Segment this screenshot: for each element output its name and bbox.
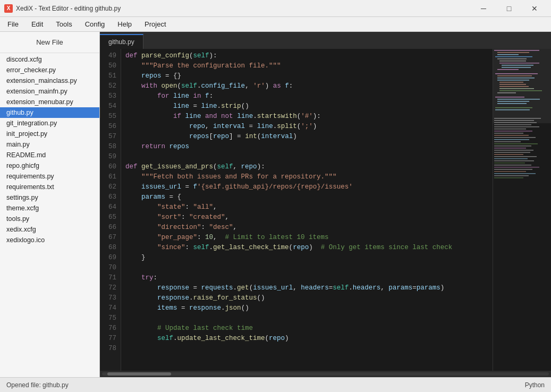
file-item-requirements-py[interactable]: requirements.py	[0, 171, 99, 182]
svg-rect-38	[494, 143, 538, 144]
code-scroll[interactable]: 4950515253545556575859606162636465666768…	[100, 49, 493, 371]
file-item-main[interactable]: main.py	[0, 139, 99, 150]
sidebar: New File discord.xcfg error_checker.py e…	[0, 32, 100, 377]
menu-config[interactable]: Config	[80, 18, 111, 30]
file-item-readme[interactable]: README.md	[0, 150, 99, 160]
svg-rect-32	[494, 131, 532, 132]
svg-rect-53	[494, 175, 529, 176]
menu-edit[interactable]: Edit	[26, 18, 48, 30]
svg-rect-41	[494, 150, 533, 151]
svg-rect-37	[494, 141, 521, 142]
sidebar-header: New File	[0, 32, 99, 53]
svg-rect-31	[494, 129, 526, 130]
svg-rect-40	[494, 148, 526, 149]
svg-rect-42	[494, 152, 530, 153]
svg-rect-33	[494, 133, 523, 134]
svg-rect-46	[494, 160, 534, 161]
file-item-init-project[interactable]: init_project.py	[0, 129, 99, 139]
minimap-slider[interactable]	[493, 49, 551, 123]
titlebar-left: X XediX - Text Editor - editing github.p…	[4, 4, 121, 13]
svg-rect-52	[494, 173, 536, 174]
svg-rect-47	[494, 163, 525, 164]
tab-bar: github.py	[100, 32, 551, 49]
menu-project[interactable]: Project	[139, 18, 171, 30]
maximize-button[interactable]: □	[497, 1, 521, 16]
menu-tools[interactable]: Tools	[50, 18, 77, 30]
editor-area: github.py 495051525354555657585960616263…	[100, 32, 551, 377]
file-item-extension-mainclass[interactable]: extension_mainclass.py	[0, 75, 99, 86]
horizontal-scrollbar[interactable]	[100, 371, 551, 377]
file-item-xedix-xcfg[interactable]: xedix.xcfg	[0, 224, 99, 235]
file-item-theme[interactable]: theme.xcfg	[0, 203, 99, 214]
titlebar-title: XediX - Text Editor - editing github.py	[16, 5, 121, 12]
statusbar: Opened file: github.py Python	[0, 377, 551, 392]
svg-rect-44	[494, 156, 537, 157]
file-item-github[interactable]: github.py	[0, 107, 99, 118]
menu-help[interactable]: Help	[112, 18, 137, 30]
code-container[interactable]: 4950515253545556575859606162636465666768…	[100, 49, 551, 371]
svg-rect-36	[494, 139, 529, 140]
close-button[interactable]: ✕	[522, 1, 547, 16]
minimize-button[interactable]: ─	[471, 1, 496, 16]
file-item-extension-menubar[interactable]: extension_menubar.py	[0, 97, 99, 107]
tab-github-py[interactable]: github.py	[100, 34, 143, 49]
svg-rect-45	[494, 158, 528, 159]
line-numbers: 4950515253545556575859606162636465666768…	[100, 49, 121, 371]
main-layout: New File discord.xcfg error_checker.py e…	[0, 32, 551, 377]
svg-rect-50	[494, 169, 532, 170]
svg-rect-49	[494, 167, 539, 168]
file-item-error-checker[interactable]: error_checker.py	[0, 65, 99, 75]
svg-rect-54	[494, 177, 523, 178]
svg-rect-34	[494, 135, 529, 136]
minimap[interactable]	[493, 49, 551, 371]
code-editor[interactable]: def parse_config(self): """Parse the con…	[121, 49, 493, 371]
svg-rect-43	[494, 154, 523, 155]
svg-rect-35	[494, 137, 536, 138]
svg-rect-39	[494, 146, 531, 147]
file-item-xedixlogo[interactable]: xedixlogo.ico	[0, 235, 99, 245]
svg-rect-48	[494, 165, 531, 166]
file-item-discord-xcfg[interactable]: discord.xcfg	[0, 54, 99, 65]
file-item-settings[interactable]: settings.py	[0, 192, 99, 203]
status-language: Python	[525, 381, 545, 389]
svg-rect-51	[494, 171, 526, 172]
file-list[interactable]: discord.xcfg error_checker.py extension_…	[0, 53, 99, 377]
titlebar: X XediX - Text Editor - editing github.p…	[0, 0, 551, 17]
menubar: File Edit Tools Config Help Project	[0, 17, 551, 32]
scrollbar-thumb[interactable]	[107, 372, 171, 376]
svg-rect-30	[494, 126, 539, 127]
svg-rect-29	[494, 124, 531, 125]
file-item-git-integration[interactable]: git_integration.py	[0, 118, 99, 129]
file-item-requirements-txt[interactable]: requirements.txt	[0, 182, 99, 192]
menu-file[interactable]: File	[2, 18, 24, 30]
file-item-extension-mainfn[interactable]: extension_mainfn.py	[0, 86, 99, 97]
status-file: Opened file: github.py	[6, 381, 69, 389]
app-icon: X	[4, 4, 13, 13]
file-item-repo-ghicfg[interactable]: repo.ghicfg	[0, 160, 99, 171]
titlebar-controls: ─ □ ✕	[471, 1, 547, 16]
file-item-tools[interactable]: tools.py	[0, 214, 99, 224]
scrollbar-track[interactable]	[102, 372, 549, 376]
